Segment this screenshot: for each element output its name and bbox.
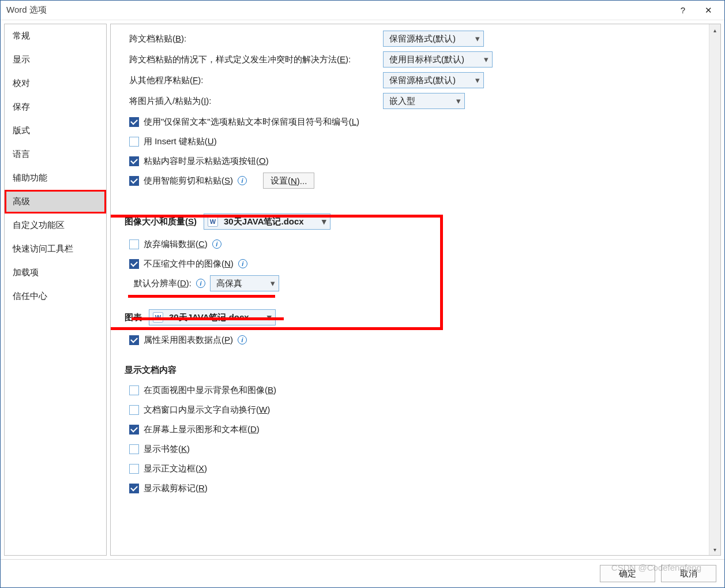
chart-document-combo[interactable]: W 30天JAVA笔记.docx ▾	[149, 309, 276, 325]
show-bookmarks-row: 显示书签(K)	[125, 439, 695, 459]
no-compress-images-row: 不压缩文件中的图像(N) i	[125, 254, 695, 274]
show-text-border-row: 显示正文边框(X)	[125, 459, 695, 478]
chevron-down-icon: ▾	[472, 33, 480, 44]
scroll-down-button[interactable]: ▾	[709, 544, 721, 555]
cancel-button[interactable]: 取消	[661, 565, 716, 582]
discard-edit-data-checkbox[interactable]	[129, 239, 139, 249]
chevron-down-icon: ▾	[472, 75, 480, 85]
window-title: Word 选项	[6, 5, 670, 16]
insert-key-paste-row: 用 Insert 键粘贴(U)	[125, 132, 695, 151]
ok-button[interactable]: 确定	[600, 565, 655, 582]
sidebar-item-label: 加载项	[13, 267, 39, 277]
smart-cut-paste-settings-button[interactable]: 设置(N)...	[263, 173, 314, 189]
sidebar-item-quick-access[interactable]: 快速访问工具栏	[5, 237, 106, 261]
show-shapes-checkbox[interactable]	[129, 425, 139, 435]
wrap-text-checkbox[interactable]	[129, 405, 139, 415]
other-prog-paste-combo[interactable]: 保留源格式(默认) ▾	[383, 72, 484, 88]
insert-picture-combo[interactable]: 嵌入型 ▾	[383, 93, 465, 109]
sidebar-item-language[interactable]: 语言	[5, 143, 106, 166]
default-resolution-combo[interactable]: 高保真 ▾	[210, 275, 279, 291]
close-button[interactable]: ✕	[696, 2, 721, 18]
other-prog-paste-row: 从其他程序粘贴(F): 保留源格式(默认) ▾	[125, 70, 695, 90]
info-icon[interactable]: i	[212, 239, 221, 249]
show-paste-options-checkbox[interactable]	[129, 156, 139, 166]
cross-doc-styleconflict-row: 跨文档粘贴的情况下，样式定义发生冲突时的解决方法(E): 使用目标样式(默认) …	[125, 50, 695, 69]
sidebar-item-display[interactable]: 显示	[5, 48, 106, 72]
content: 跨文档粘贴(B): 保留源格式(默认) ▾ 跨文档粘贴的情况下，样式定义发生冲突…	[111, 24, 709, 555]
sidebar-item-label: 显示	[13, 54, 30, 64]
show-shapes-label: 在屏幕上显示图形和文本框(D)	[144, 424, 260, 435]
info-icon[interactable]: i	[196, 279, 205, 288]
section-display-content: 显示文档内容	[125, 365, 695, 376]
show-crop-marks-checkbox[interactable]	[129, 484, 139, 493]
sidebar-item-customize-ribbon[interactable]: 自定义功能区	[5, 214, 106, 237]
insert-picture-label: 将图片插入/粘贴为(I):	[125, 96, 383, 107]
cross-doc-paste-combo[interactable]: 保留源格式(默认) ▾	[383, 31, 484, 47]
show-background-checkbox[interactable]	[129, 385, 139, 395]
help-button[interactable]: ?	[670, 2, 696, 18]
info-icon[interactable]: i	[238, 335, 247, 344]
content-wrap: 跨文档粘贴(B): 保留源格式(默认) ▾ 跨文档粘贴的情况下，样式定义发生冲突…	[110, 24, 721, 556]
sidebar: 常规 显示 校对 保存 版式 语言 辅助功能 高级 自定义功能区 快速访问工具栏…	[4, 24, 107, 556]
sidebar-item-addins[interactable]: 加载项	[5, 261, 106, 284]
section-image-quality: 图像大小和质量(S) W 30天JAVA笔记.docx ▾	[125, 214, 695, 230]
wrap-text-row: 文档窗口内显示文字自动换行(W)	[125, 400, 695, 420]
word-document-icon: W	[208, 216, 218, 227]
sidebar-item-label: 辅助功能	[13, 173, 47, 182]
image-quality-document-combo[interactable]: W 30天JAVA笔记.docx ▾	[204, 214, 330, 230]
sidebar-item-trust-center[interactable]: 信任中心	[5, 284, 106, 308]
insert-key-paste-checkbox[interactable]	[129, 137, 139, 147]
other-prog-paste-label: 从其他程序粘贴(F):	[125, 75, 383, 86]
show-text-border-checkbox[interactable]	[129, 464, 139, 474]
wrap-text-label: 文档窗口内显示文字自动换行(W)	[144, 405, 270, 415]
show-background-row: 在页面视图中显示背景色和图像(B)	[125, 380, 695, 400]
insert-picture-row: 将图片插入/粘贴为(I): 嵌入型 ▾	[125, 91, 695, 111]
show-bookmarks-checkbox[interactable]	[129, 444, 139, 454]
keep-bullet-paste-row: 使用"仅保留文本"选项粘贴文本时保留项目符号和编号(L)	[125, 112, 695, 132]
sidebar-item-layout[interactable]: 版式	[5, 119, 106, 143]
sidebar-item-label: 保存	[13, 102, 30, 111]
smart-cut-paste-row: 使用智能剪切和粘贴(S) i 设置(N)...	[125, 171, 695, 190]
word-document-icon: W	[153, 312, 163, 323]
sidebar-item-advanced[interactable]: 高级	[5, 190, 106, 214]
sidebar-item-label: 信任中心	[13, 291, 47, 301]
show-paste-options-label: 粘贴内容时显示粘贴选项按钮(O)	[144, 156, 269, 167]
cross-doc-paste-label: 跨文档粘贴(B):	[125, 33, 383, 44]
section-chart: 图表 W 30天JAVA笔记.docx ▾	[125, 309, 695, 325]
keep-bullet-paste-checkbox[interactable]	[129, 117, 139, 127]
cross-doc-paste-row: 跨文档粘贴(B): 保留源格式(默认) ▾	[125, 29, 695, 48]
section-chart-label: 图表	[125, 312, 142, 323]
word-options-dialog: Word 选项 ? ✕ 常规 显示 校对 保存 版式 语言 辅助功能 高级 自定…	[0, 0, 725, 588]
cross-doc-styleconflict-label: 跨文档粘贴的情况下，样式定义发生冲突时的解决方法(E):	[125, 54, 383, 65]
sidebar-item-label: 常规	[13, 31, 30, 40]
scroll-up-button[interactable]: ▴	[709, 24, 721, 36]
chevron-down-icon: ▾	[267, 278, 275, 289]
default-resolution-row: 默认分辨率(D): i 高保真 ▾	[125, 274, 695, 293]
info-icon[interactable]: i	[238, 259, 247, 268]
no-compress-images-label: 不压缩文件中的图像(N)	[144, 259, 234, 269]
no-compress-images-checkbox[interactable]	[129, 259, 139, 269]
show-background-label: 在页面视图中显示背景色和图像(B)	[144, 385, 276, 396]
chevron-down-icon: ▾	[318, 216, 326, 227]
sidebar-item-label: 语言	[13, 149, 30, 159]
discard-edit-data-row: 放弃编辑数据(C) i	[125, 234, 695, 254]
info-icon[interactable]: i	[238, 176, 247, 185]
chart-datapoint-row: 属性采用图表数据点(P) i	[125, 330, 695, 350]
chart-datapoint-checkbox[interactable]	[129, 335, 139, 345]
sidebar-item-general[interactable]: 常规	[5, 24, 106, 48]
section-display-content-label: 显示文档内容	[125, 365, 176, 376]
sidebar-item-label: 快速访问工具栏	[13, 244, 73, 253]
cross-doc-styleconflict-combo[interactable]: 使用目标样式(默认) ▾	[383, 51, 493, 68]
sidebar-item-proofing[interactable]: 校对	[5, 72, 106, 95]
show-crop-marks-label: 显示裁剪标记(R)	[144, 483, 208, 494]
chevron-down-icon: ▾	[480, 54, 489, 65]
discard-edit-data-label: 放弃编辑数据(C)	[144, 239, 208, 250]
show-bookmarks-label: 显示书签(K)	[144, 444, 190, 455]
sidebar-item-label: 高级	[13, 196, 30, 206]
main-area: 常规 显示 校对 保存 版式 语言 辅助功能 高级 自定义功能区 快速访问工具栏…	[1, 20, 724, 560]
smart-cut-paste-checkbox[interactable]	[129, 176, 139, 186]
sidebar-item-accessibility[interactable]: 辅助功能	[5, 166, 106, 190]
vertical-scrollbar[interactable]: ▴ ▾	[709, 24, 720, 555]
sidebar-item-save[interactable]: 保存	[5, 95, 106, 119]
insert-key-paste-label: 用 Insert 键粘贴(U)	[144, 136, 217, 147]
